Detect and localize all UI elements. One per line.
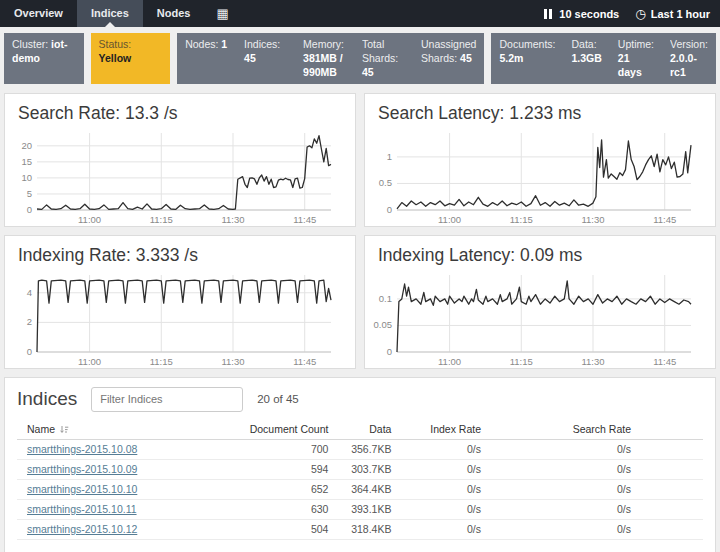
indexing-latency-title: Indexing Latency: 0.09 ms <box>378 245 715 266</box>
table-row: smartthings-2015.10.11630393.1KB0/s0/s <box>17 499 703 519</box>
cell-irate: 0/s <box>391 479 499 499</box>
svg-text:1: 1 <box>387 150 392 161</box>
top-nav: OverviewIndicesNodes ▦ 10 seconds ◷ Last… <box>0 0 720 27</box>
svg-text:0: 0 <box>387 346 392 357</box>
svg-text:5: 5 <box>27 187 32 198</box>
svg-text:11:15: 11:15 <box>150 356 173 367</box>
search-rate-panel: Search Rate: 13.3 /s 0510152011:0011:151… <box>4 93 356 227</box>
svg-text:11:30: 11:30 <box>221 356 244 367</box>
column-header-doc[interactable]: Document Count <box>205 420 328 440</box>
index-link[interactable]: smartthings-2015.10.12 <box>27 523 137 535</box>
indexing-rate-title: Indexing Rate: 3.333 /s <box>18 245 355 266</box>
svg-text:11:00: 11:00 <box>438 214 461 225</box>
indexing-rate-panel: Indexing Rate: 3.333 /s 02411:0011:1511:… <box>4 235 356 369</box>
index-link[interactable]: smartthings-2015.10.09 <box>27 463 137 475</box>
nav-tabs: OverviewIndicesNodes <box>0 0 204 27</box>
svg-text:15: 15 <box>21 155 32 166</box>
cluster-stat: Memory: 381MB / 990MB <box>295 33 354 84</box>
svg-text:11:30: 11:30 <box>221 214 244 225</box>
svg-text:10: 10 <box>21 171 32 182</box>
indices-table-body: smartthings-2015.10.08700356.7KB0/s0/ssm… <box>17 439 703 539</box>
cell-data: 303.7KB <box>328 459 391 479</box>
cell-srate: 0/s <box>499 459 703 479</box>
apps-grid-icon[interactable]: ▦ <box>204 0 240 27</box>
stat-label: Status: <box>99 38 132 50</box>
svg-text:11:00: 11:00 <box>78 214 101 225</box>
cluster-stat: Cluster: iot-demo <box>4 33 84 84</box>
column-header-name[interactable]: Name <box>17 420 205 440</box>
svg-text:0: 0 <box>27 204 32 215</box>
svg-text:4: 4 <box>27 286 32 297</box>
svg-text:11:45: 11:45 <box>653 356 676 367</box>
index-link[interactable]: smartthings-2015.10.08 <box>27 443 137 455</box>
cell-doc: 594 <box>205 459 328 479</box>
stat-label: Cluster: <box>12 38 48 50</box>
svg-text:20: 20 <box>21 139 32 150</box>
svg-text:11:15: 11:15 <box>510 356 533 367</box>
svg-text:11:30: 11:30 <box>581 356 604 367</box>
cluster-stat: Indices: 45 <box>236 33 295 84</box>
table-row: smartthings-2015.10.09594303.7KB0/s0/s <box>17 459 703 479</box>
cell-irate: 0/s <box>391 439 499 459</box>
cluster-stat: Total Shards: 45 <box>354 33 413 84</box>
indexing-latency-chart: 00.050.111:0011:1511:3011:45 <box>365 268 715 368</box>
svg-text:11:15: 11:15 <box>510 214 533 225</box>
column-header-srate[interactable]: Search Rate <box>499 420 703 440</box>
cluster-status-badge: Status: Yellow <box>91 33 171 84</box>
sort-asc-icon <box>59 425 69 434</box>
svg-text:0.1: 0.1 <box>379 292 392 303</box>
cluster-stats-group-2: Documents: 5.2mData: 1.3GBUptime: 21 day… <box>491 33 716 84</box>
pause-icon[interactable] <box>544 9 552 19</box>
table-row: smartthings-2015.10.10652364.4KB0/s0/s <box>17 479 703 499</box>
cell-irate: 0/s <box>391 459 499 479</box>
tab-indices[interactable]: Indices <box>77 0 143 27</box>
indexing-rate-chart: 02411:0011:1511:3011:45 <box>5 268 355 368</box>
svg-text:11:00: 11:00 <box>78 356 101 367</box>
svg-text:0.5: 0.5 <box>379 177 392 188</box>
cluster-stat: Unassigned Shards: 45 <box>413 33 484 84</box>
cell-doc: 652 <box>205 479 328 499</box>
table-header-row: NameDocument CountDataIndex RateSearch R… <box>17 420 703 440</box>
refresh-interval[interactable]: 10 seconds <box>559 8 619 20</box>
cell-srate: 0/s <box>499 519 703 539</box>
svg-text:0.05: 0.05 <box>374 319 393 330</box>
indices-panel: Indices 20 of 45 NameDocument CountDataI… <box>4 377 716 552</box>
cell-irate: 0/s <box>391 499 499 519</box>
cell-irate: 0/s <box>391 519 499 539</box>
cell-data: 393.1KB <box>328 499 391 519</box>
cell-doc: 700 <box>205 439 328 459</box>
index-link[interactable]: smartthings-2015.10.11 <box>27 503 137 515</box>
cluster-status-bar: Cluster: iot-demo Status: Yellow Nodes: … <box>0 27 720 89</box>
cluster-name-box: Cluster: iot-demo <box>4 33 84 84</box>
cell-doc: 504 <box>205 519 328 539</box>
table-row: smartthings-2015.10.08700356.7KB0/s0/s <box>17 439 703 459</box>
search-latency-panel: Search Latency: 1.233 ms 00.5111:0011:15… <box>364 93 716 227</box>
column-header-irate[interactable]: Index Rate <box>391 420 499 440</box>
indices-count: 20 of 45 <box>257 393 299 405</box>
filter-indices-input[interactable] <box>91 387 243 412</box>
column-header-data[interactable]: Data <box>328 420 391 440</box>
cluster-stat: Uptime: 21 days <box>610 33 662 84</box>
tab-overview[interactable]: Overview <box>0 0 77 27</box>
cell-doc: 630 <box>205 499 328 519</box>
search-latency-chart: 00.5111:0011:1511:3011:45 <box>365 126 715 226</box>
indexing-latency-panel: Indexing Latency: 0.09 ms 00.050.111:001… <box>364 235 716 369</box>
cluster-stats-group-1: Nodes: 1Indices: 45Memory: 381MB / 990MB… <box>177 33 484 84</box>
cluster-stat: Documents: 5.2m <box>491 33 563 84</box>
index-link[interactable]: smartthings-2015.10.10 <box>27 483 137 495</box>
indices-title: Indices <box>17 388 77 410</box>
stat-value: Yellow <box>99 52 132 64</box>
tab-nodes[interactable]: Nodes <box>143 0 205 27</box>
cell-data: 356.7KB <box>328 439 391 459</box>
svg-text:11:00: 11:00 <box>438 356 461 367</box>
svg-text:0: 0 <box>387 204 392 215</box>
svg-text:11:45: 11:45 <box>293 214 316 225</box>
svg-text:11:45: 11:45 <box>293 356 316 367</box>
search-rate-chart: 0510152011:0011:1511:3011:45 <box>5 126 355 226</box>
clock-icon: ◷ <box>635 7 645 21</box>
cluster-stat: Data: 1.3GB <box>563 33 609 84</box>
cell-srate: 0/s <box>499 479 703 499</box>
search-rate-title: Search Rate: 13.3 /s <box>18 103 355 124</box>
indices-table: NameDocument CountDataIndex RateSearch R… <box>17 420 703 540</box>
time-range[interactable]: Last 1 hour <box>651 8 710 20</box>
